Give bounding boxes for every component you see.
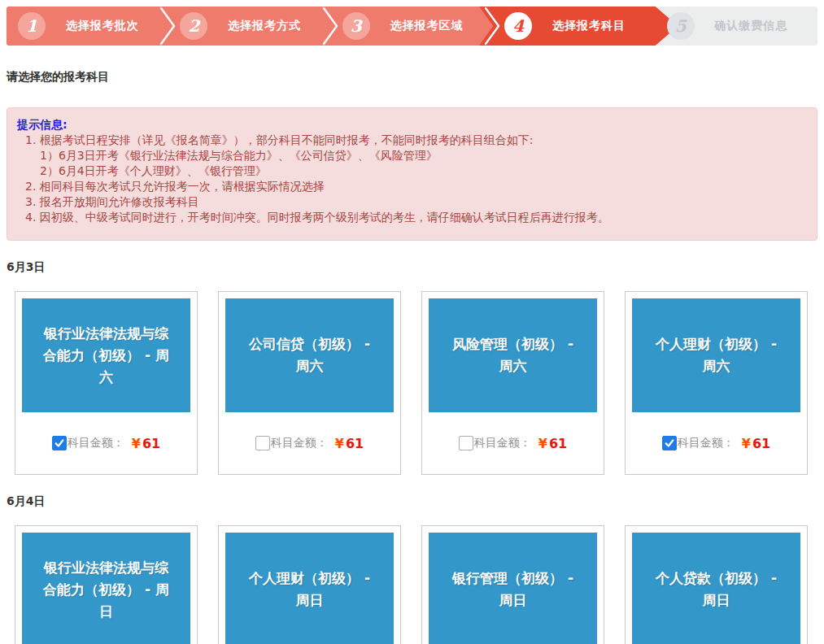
subject-title: 银行业法律法规与综合能力（初级） - 周六 [39, 323, 173, 389]
subject-checkbox[interactable] [255, 436, 270, 450]
step-label: 选择报考区域 [370, 19, 493, 33]
subject-card-header[interactable]: 风险管理（初级） - 周六 [429, 298, 597, 412]
fee-amount: 61 [752, 436, 770, 451]
fee-amount: 61 [142, 436, 160, 451]
page-title: 请选择您的报考科目 [7, 70, 824, 85]
subject-card[interactable]: 银行业法律法规与综合能力（初级） - 周日 [15, 525, 198, 644]
subject-card-header[interactable]: 个人理财（初级） - 周六 [632, 298, 800, 412]
subject-card-footer: 科目金额： ¥ 61 [632, 412, 800, 474]
subject-title: 银行管理（初级） - 周日 [446, 568, 580, 611]
step-number-badge: 3 [342, 12, 370, 40]
subject-title: 银行业法律法规与综合能力（初级） - 周日 [39, 557, 173, 623]
step[interactable]: 5 确认缴费信息 [656, 7, 817, 46]
step-number-badge: 1 [18, 12, 46, 40]
notice-line: 4. 因初级、中级考试同时进行，开考时间冲突。同时报考两个级别考试的考生，请仔细… [25, 210, 804, 225]
section-date-label: 6月3日 [7, 260, 824, 275]
subject-cards-row: 银行业法律法规与综合能力（初级） - 周六 科目金额： ¥ 61 公司信贷（初级… [15, 291, 824, 475]
step-number: 1 [26, 18, 37, 34]
notice-lines: 1. 根据考试日程安排（详见《报名简章》），部分科目不能同时报考，不能同时报考的… [17, 133, 804, 225]
subject-card-header[interactable]: 公司信贷（初级） - 周六 [225, 298, 394, 412]
subject-title: 个人贷款（初级） - 周日 [649, 568, 783, 611]
date-section: 6月3日 银行业法律法规与综合能力（初级） - 周六 科目金额： ¥ 61 公司… [0, 260, 824, 475]
step-number: 5 [675, 18, 687, 34]
notice-line: 2. 相同科目每次考试只允许报考一次，请根据实际情况选择 [25, 179, 804, 194]
subject-card[interactable]: 银行管理（初级） - 周日 [421, 525, 604, 644]
subject-checkbox[interactable] [52, 436, 67, 450]
notice-line: 1. 根据考试日程安排（详见《报名简章》），部分科目不能同时报考，不能同时报考的… [25, 133, 804, 148]
notice-line: 3. 报名开放期间允许修改报考科目 [25, 194, 804, 210]
subject-card[interactable]: 银行业法律法规与综合能力（初级） - 周六 科目金额： ¥ 61 [15, 291, 198, 475]
subject-card-header[interactable]: 银行业法律法规与综合能力（初级） - 周日 [22, 533, 190, 644]
subject-card[interactable]: 个人贷款（初级） - 周日 [625, 525, 808, 644]
subject-sections: 6月3日 银行业法律法规与综合能力（初级） - 周六 科目金额： ¥ 61 公司… [0, 260, 824, 644]
subject-card-header[interactable]: 个人理财（初级） - 周日 [225, 533, 394, 644]
notice-line: 1）6月3日开考《银行业法律法规与综合能力》、《公司信贷》、《风险管理》 [40, 148, 804, 163]
date-section: 6月4日 银行业法律法规与综合能力（初级） - 周日 个人理财（初级） - 周日… [0, 494, 824, 644]
fee-label: 科目金额： [474, 436, 531, 450]
step[interactable]: 3 选择报考区域 [331, 7, 493, 46]
step-label: 选择报考批次 [46, 19, 168, 33]
subject-checkbox[interactable] [662, 436, 677, 450]
subject-checkbox[interactable] [459, 436, 473, 450]
notice-box: 提示信息: 1. 根据考试日程安排（详见《报名简章》），部分科目不能同时报考，不… [7, 107, 817, 241]
subject-cards-row: 银行业法律法规与综合能力（初级） - 周日 个人理财（初级） - 周日 银行管理… [15, 525, 824, 644]
fee-currency-symbol: ¥ [742, 436, 751, 451]
step-number-badge: 4 [504, 12, 532, 40]
fee-label: 科目金额： [271, 436, 328, 450]
subject-card-footer: 科目金额： ¥ 61 [22, 412, 190, 474]
step[interactable]: 4 选择报考科目 [493, 7, 655, 46]
subject-card-footer: 科目金额： ¥ 61 [225, 412, 394, 474]
checkmark-icon [664, 437, 675, 449]
step-number-badge: 2 [180, 12, 207, 40]
step-number: 2 [188, 18, 199, 34]
notice-title: 提示信息: [17, 117, 804, 133]
fee-currency-symbol: ¥ [538, 436, 547, 451]
section-date-label: 6月4日 [7, 494, 824, 509]
fee-label: 科目金额： [678, 436, 735, 450]
step-label: 选择报考科目 [532, 19, 655, 33]
subject-card[interactable]: 公司信贷（初级） - 周六 科目金额： ¥ 61 [218, 291, 401, 475]
subject-title: 公司信贷（初级） - 周六 [242, 333, 377, 377]
fee-amount: 61 [549, 436, 567, 451]
step-label: 选择报考方式 [207, 19, 330, 33]
subject-card-header[interactable]: 银行业法律法规与综合能力（初级） - 周六 [22, 298, 190, 412]
subject-card[interactable]: 个人理财（初级） - 周日 [218, 525, 401, 644]
fee-label: 科目金额： [68, 436, 124, 450]
fee-amount: 61 [346, 436, 364, 451]
subject-card[interactable]: 个人理财（初级） - 周六 科目金额： ¥ 61 [625, 291, 808, 475]
subject-title: 个人理财（初级） - 周日 [242, 568, 377, 611]
subject-card-header[interactable]: 个人贷款（初级） - 周日 [632, 533, 800, 644]
fee-currency-symbol: ¥ [335, 436, 344, 451]
notice-line: 2）6月4日开考《个人理财》、《银行管理》 [40, 163, 804, 179]
subject-card-header[interactable]: 银行管理（初级） - 周日 [429, 533, 597, 644]
subject-card[interactable]: 风险管理（初级） - 周六 科目金额： ¥ 61 [421, 291, 604, 475]
subject-title: 个人理财（初级） - 周六 [649, 333, 783, 377]
fee-currency-symbol: ¥ [132, 436, 141, 451]
progress-stepbar: 1 选择报考批次 2 选择报考方式 3 选择报考区域 4 选择报考科目 5 确认… [7, 7, 817, 46]
step[interactable]: 1 选择报考批次 [7, 7, 168, 46]
step-number: 3 [351, 18, 362, 34]
checkmark-icon [54, 437, 65, 449]
step[interactable]: 2 选择报考方式 [168, 7, 330, 46]
step-label: 确认缴费信息 [695, 19, 817, 33]
step-number-badge: 5 [667, 12, 695, 40]
subject-card-footer: 科目金额： ¥ 61 [429, 412, 597, 474]
step-number: 4 [512, 18, 524, 34]
subject-title: 风险管理（初级） - 周六 [446, 333, 580, 377]
